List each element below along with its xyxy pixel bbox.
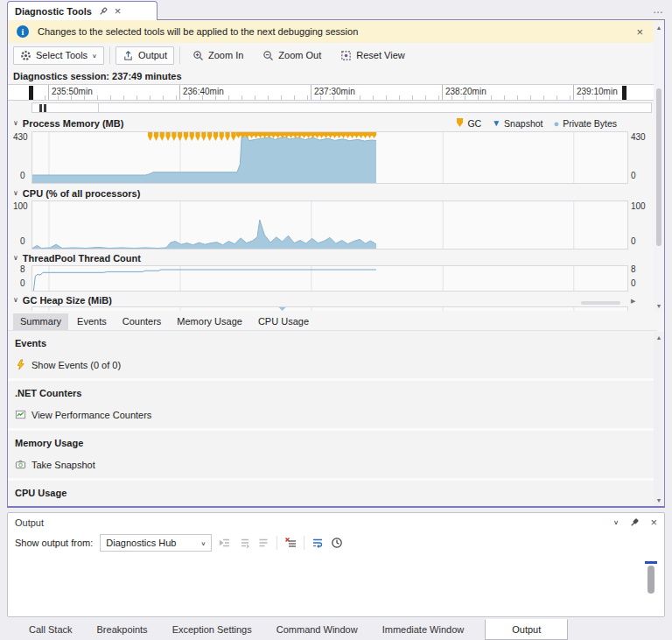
gear-icon [20, 50, 32, 61]
legend-gc: GC [456, 118, 481, 129]
output-source-value: Diagnostics Hub [106, 538, 200, 548]
memory-section-header[interactable]: ∨ Process Memory (MB) GC ▼ Snapshot ● Pr… [8, 116, 657, 130]
timeline-ruler[interactable]: 235:50min 236:40min 237:30min 238:20min … [8, 84, 657, 101]
ruler-gridline [311, 85, 312, 100]
scroll-right-icon[interactable]: ▶ [631, 298, 635, 305]
group-heading: Memory Usage [15, 438, 657, 448]
zoom-in-button[interactable]: Zoom In [186, 46, 250, 65]
toolbar-separator [179, 46, 180, 64]
infobar: i Changes to the selected tools will be … [8, 20, 664, 43]
show-events-link[interactable]: Show Events (0 of 0) [15, 359, 657, 370]
diagnostics-toolbar: Select Tools ∨ Output Zoom In Zoom Out R… [8, 43, 657, 67]
zoom-in-label: Zoom In [208, 50, 243, 60]
window-position-icon[interactable]: ∨ [613, 519, 620, 526]
reset-view-button[interactable]: Reset View [333, 46, 411, 65]
cpu-axis-min-left: 0 [20, 236, 25, 246]
tab-events[interactable]: Events [70, 313, 114, 330]
output-panel: Output ∨ × Show output from: Diagnostics… [7, 512, 665, 617]
zoom-out-icon [262, 50, 274, 61]
tab-counters[interactable]: Counters [116, 313, 169, 330]
select-tools-button[interactable]: Select Tools ∨ [13, 46, 104, 65]
reset-view-label: Reset View [356, 50, 404, 60]
output-toolbar: Show output from: Diagnostics Hub ∨ [8, 531, 664, 554]
threads-section-header[interactable]: ∨ ThreadPool Thread Count [8, 250, 657, 265]
detail-tabstrip: Summary Events Counters Memory Usage CPU… [8, 313, 657, 331]
charts-scrollbar-thumb[interactable] [656, 88, 662, 246]
cpu-chart[interactable] [32, 200, 628, 250]
reset-view-icon [340, 50, 352, 61]
zoom-out-label: Zoom Out [278, 50, 321, 60]
overview-track[interactable] [32, 102, 652, 113]
output-button[interactable]: Output [116, 46, 174, 65]
output-source-select[interactable]: Diagnostics Hub ∨ [100, 534, 212, 552]
scroll-up-icon[interactable]: ▲ [656, 25, 662, 31]
previous-message-icon[interactable] [219, 537, 231, 549]
memory-axis-min-left: 0 [20, 171, 25, 180]
threads-chart[interactable] [32, 265, 628, 292]
tab-exception-settings[interactable]: Exception Settings [160, 624, 264, 635]
memory-axis-min-right: 0 [631, 171, 636, 180]
select-tools-label: Select Tools [36, 50, 88, 60]
toolbar-separator [276, 536, 277, 550]
legend-private-bytes: ● Private Bytes [553, 118, 617, 129]
gc-heap-section-header[interactable]: ∨ GC Heap Size (MiB) [8, 292, 657, 307]
legend-snapshot: ▼ Snapshot [492, 118, 542, 129]
pause-icon [44, 104, 46, 112]
output-scrollbar[interactable] [646, 561, 656, 614]
word-wrap-icon[interactable] [312, 537, 324, 549]
tab-summary[interactable]: Summary [13, 313, 68, 330]
overflow-menu-icon[interactable]: … [653, 4, 665, 16]
next-message-icon[interactable] [238, 537, 250, 549]
infobar-close-icon[interactable]: × [636, 25, 643, 39]
timestamp-icon[interactable] [331, 537, 343, 549]
output-content[interactable] [9, 554, 663, 615]
ruler-tick-label: 236:40min [183, 87, 224, 96]
tab-cpu-usage[interactable]: CPU Usage [251, 313, 316, 330]
threads-section-title: ThreadPool Thread Count [23, 253, 141, 264]
tab-immediate-window[interactable]: Immediate Window [370, 624, 477, 635]
threads-axis-min-left: 0 [20, 278, 25, 288]
tab-breakpoints[interactable]: Breakpoints [85, 624, 160, 635]
take-snapshot-link[interactable]: Take Snapshot [15, 459, 657, 470]
charts-scrollbar[interactable]: ▲ ▼ [654, 22, 664, 312]
output-header[interactable]: Output ∨ × [8, 513, 664, 531]
timeline-overview[interactable] [8, 101, 657, 116]
clear-all-icon[interactable] [284, 537, 297, 549]
upload-icon [122, 50, 134, 61]
cpu-section-header[interactable]: ∨ CPU (% of all processors) [8, 186, 657, 200]
zoom-out-button[interactable]: Zoom Out [256, 46, 328, 65]
ruler-tick-label: 235:50min [52, 87, 93, 96]
memory-section-title: Process Memory (MB) [23, 118, 124, 129]
ruler-tick-label: 238:20min [445, 87, 486, 96]
memory-chart[interactable] [32, 131, 628, 184]
chevron-down-icon: ∨ [92, 52, 97, 58]
memory-chart-row: 430 0 430 0 [8, 130, 657, 185]
pause-icon [39, 104, 42, 112]
tab-output[interactable]: Output [485, 619, 568, 640]
range-handle-left[interactable] [29, 86, 33, 100]
summary-group-memory: Memory Usage Take Snapshot [8, 431, 657, 481]
pin-icon[interactable] [629, 517, 640, 528]
scroll-down-icon[interactable]: ▼ [656, 303, 662, 309]
tab-call-stack[interactable]: Call Stack [29, 624, 85, 635]
memory-axis-max-left: 430 [13, 132, 28, 142]
gc-heap-chart-clipped[interactable] [32, 306, 628, 311]
scroll-down-icon[interactable]: ▼ [656, 497, 662, 503]
pause-button[interactable] [39, 104, 46, 112]
close-icon[interactable]: × [650, 516, 657, 529]
show-output-from-label: Show output from: [15, 538, 93, 548]
diagnostic-tools-tab[interactable]: Diagnostic Tools × [7, 1, 158, 20]
horizontal-scrollbar-thumb[interactable] [581, 301, 620, 305]
tab-memory-usage[interactable]: Memory Usage [170, 313, 249, 330]
tab-command-window[interactable]: Command Window [264, 624, 370, 635]
message-list-icon[interactable] [257, 537, 270, 549]
summary-scrollbar[interactable]: ▲ ▼ [654, 332, 664, 506]
output-scrollbar-thumb[interactable] [648, 566, 654, 594]
scroll-up-icon[interactable]: ▲ [656, 334, 662, 341]
ruler-gridline [48, 85, 49, 100]
close-icon[interactable]: × [115, 4, 122, 18]
view-performance-counters-link[interactable]: View Performance Counters [15, 409, 657, 420]
range-handle-right[interactable] [622, 86, 626, 100]
pin-icon[interactable] [98, 6, 108, 17]
ruler-tick-label: 237:30min [314, 87, 355, 96]
